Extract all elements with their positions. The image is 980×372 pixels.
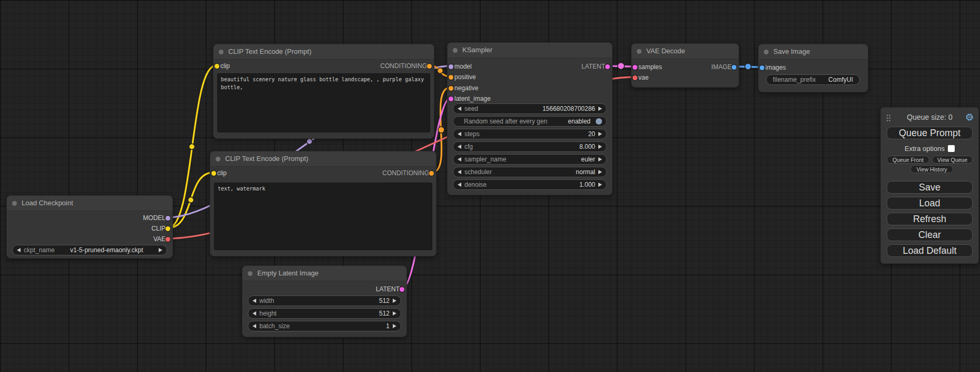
node-vae-decode[interactable]: VAE Decode samples vae IMAGE [631,43,739,88]
image-port-icon[interactable] [760,65,764,70]
conditioning-port-icon[interactable] [449,75,453,80]
node-title-bar[interactable]: CLIP Text Encode (Prompt) [210,151,436,167]
right-arrow-icon[interactable] [393,311,396,316]
right-arrow-icon[interactable] [598,132,602,136]
left-arrow-icon[interactable] [458,183,461,187]
vae-port-icon[interactable] [633,75,637,80]
right-arrow-icon[interactable] [598,170,602,174]
height-widget[interactable]: height 512 [248,308,401,319]
conditioning-port-icon[interactable] [427,64,432,69]
denoise-widget[interactable]: denoise 1.000 [453,179,607,190]
node-ksampler[interactable]: KSampler model positive negative latent_… [447,42,613,195]
node-title: Save Image [773,47,810,55]
vae-port-icon[interactable] [166,237,170,242]
node-title-bar[interactable]: Empty Latent Image [242,266,406,281]
view-queue-button[interactable]: View Queue [932,156,973,164]
right-arrow-icon[interactable] [598,107,602,111]
scheduler-widget[interactable]: scheduler normal [453,167,607,177]
input-positive: positive [448,73,476,81]
node-clip-text-encode-1[interactable]: CLIP Text Encode (Prompt) clip CONDITION… [213,44,434,139]
node-save-image[interactable]: Save Image images filename_prefix ComfyU… [758,44,868,92]
node-title: Load Checkpoint [22,199,73,207]
refresh-button[interactable]: Refresh [887,213,973,225]
queue-front-button[interactable]: Queue Front [887,156,929,164]
collapse-dot-icon[interactable] [637,49,642,54]
clear-button[interactable]: Clear [887,228,973,241]
batch-size-widget[interactable]: batch_size 1 [248,321,401,331]
graph-canvas[interactable]: Load Checkpoint MODEL CLIP VAE ckpt_name… [0,0,980,372]
left-arrow-icon[interactable] [458,157,461,161]
node-title-bar[interactable]: VAE Decode [632,44,739,59]
node-load-checkpoint[interactable]: Load Checkpoint MODEL CLIP VAE ckpt_name… [6,195,173,259]
right-arrow-icon[interactable] [159,248,162,252]
filename-prefix-widget[interactable]: filename_prefix ComfyUI [766,74,860,85]
left-arrow-icon[interactable] [458,107,461,111]
left-arrow-icon[interactable] [253,324,256,328]
prompt-textarea[interactable]: beautiful scenery nature glass bottle la… [217,73,430,132]
clip-port-icon[interactable] [215,64,219,69]
left-arrow-icon[interactable] [458,145,461,149]
input-images: images [759,63,786,72]
left-arrow-icon[interactable] [17,248,21,252]
collapse-dot-icon[interactable] [453,48,458,53]
model-port-icon[interactable] [449,64,453,69]
output-latent: LATENT [581,62,612,71]
seed-widget[interactable]: seed 156680208700286 [453,103,607,114]
image-port-icon[interactable] [732,65,736,70]
input-clip: clip [214,62,230,70]
right-arrow-icon[interactable] [598,157,602,161]
left-arrow-icon[interactable] [253,311,256,316]
node-empty-latent-image[interactable]: Empty Latent Image LATENT width 512 heig… [242,265,407,337]
view-history-button[interactable]: View History [910,165,953,173]
sampler-name-widget[interactable]: sampler_name euler [453,154,607,165]
prompt-textarea[interactable]: text, watermark [214,183,432,250]
wire-dot [307,139,313,145]
latent-port-icon[interactable] [449,97,453,101]
node-title: CLIP Text Encode (Prompt) [225,155,308,163]
right-arrow-icon[interactable] [598,145,602,149]
output-vae: VAE [153,235,172,243]
clip-port-icon[interactable] [166,226,170,231]
queue-prompt-button[interactable]: Queue Prompt [887,127,973,139]
model-port-icon[interactable] [166,216,170,221]
load-button[interactable]: Load [887,197,973,209]
node-title-bar[interactable]: Load Checkpoint [7,196,172,211]
extra-options-checkbox[interactable] [948,145,955,152]
collapse-dot-icon[interactable] [219,50,224,54]
steps-widget[interactable]: steps 20 [453,129,607,139]
collapse-dot-icon[interactable] [248,271,253,276]
widget-value: v1-5-pruned-emaonly.ckpt [70,246,143,254]
node-title-bar[interactable]: CLIP Text Encode (Prompt) [214,44,434,60]
latent-port-icon[interactable] [605,64,610,69]
cfg-widget[interactable]: cfg 8.000 [453,141,607,152]
right-arrow-icon[interactable] [393,324,396,328]
toggle-icon[interactable] [596,118,602,125]
clip-port-icon[interactable] [211,171,216,176]
ckpt-name-widget[interactable]: ckpt_name v1-5-pruned-emaonly.ckpt [12,245,167,255]
width-widget[interactable]: width 512 [248,295,401,306]
input-vae: vae [632,73,648,82]
right-arrow-icon[interactable] [393,299,396,303]
collapse-dot-icon[interactable] [216,157,220,161]
gear-icon[interactable] [965,113,974,121]
queue-panel[interactable]: Queue size: 0 Queue Prompt Extra options… [880,107,979,264]
conditioning-port-icon[interactable] [449,86,453,91]
left-arrow-icon[interactable] [458,170,461,174]
left-arrow-icon[interactable] [458,132,461,136]
latent-port-icon[interactable] [400,287,404,292]
collapse-dot-icon[interactable] [12,201,17,206]
right-arrow-icon[interactable] [598,183,602,187]
random-seed-widget[interactable]: Random seed after every gen enabled [453,116,607,127]
node-title-bar[interactable]: Save Image [759,44,868,60]
latent-port-icon[interactable] [633,65,637,70]
output-conditioning: CONDITIONING [380,62,434,70]
input-samples: samples [632,63,662,71]
left-arrow-icon[interactable] [253,299,256,303]
conditioning-port-icon[interactable] [429,171,434,176]
save-button[interactable]: Save [887,181,973,194]
load-default-button[interactable]: Load Default [887,244,973,257]
node-clip-text-encode-2[interactable]: CLIP Text Encode (Prompt) clip CONDITION… [210,151,436,256]
node-title-bar[interactable]: KSampler [448,43,612,58]
input-latent-image: latent_image [448,94,491,103]
collapse-dot-icon[interactable] [764,50,769,54]
